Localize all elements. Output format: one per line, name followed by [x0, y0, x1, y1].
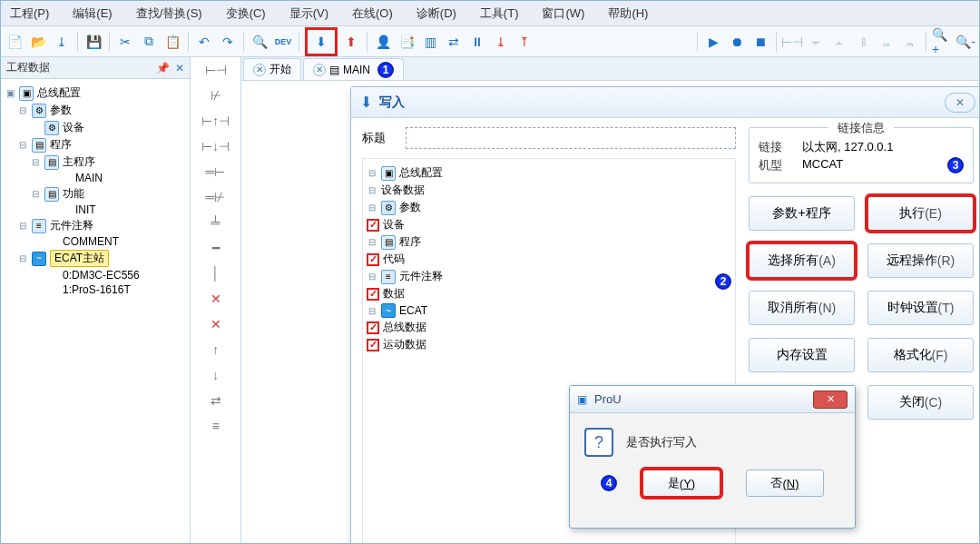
node-ecat-master[interactable]: ECAT主站 — [50, 250, 109, 267]
wt-device[interactable]: 设备 — [383, 217, 405, 232]
sym-ld-7[interactable]: ╧ — [211, 215, 220, 230]
node-device[interactable]: 设备 — [63, 120, 84, 135]
dock-pin-icon[interactable]: 📌 — [156, 62, 170, 74]
tab-start[interactable]: ✕ 开始 — [243, 58, 301, 80]
btn-deselect-all[interactable]: 取消所有(N) — [749, 291, 855, 325]
btn-param-program[interactable]: 参数+程序 — [749, 196, 855, 231]
sym-ld-14[interactable]: ⇄ — [211, 393, 221, 408]
tab-main[interactable]: ✕ ▤ MAIN 1 — [303, 58, 404, 80]
tb-transfer-icon[interactable]: ⇄ — [444, 32, 464, 52]
node-func[interactable]: 功能 — [63, 186, 84, 202]
tb-misc2-icon[interactable]: ⫟ — [806, 32, 826, 52]
tb-cut-icon[interactable]: ✂ — [115, 32, 135, 52]
tb-stop-icon[interactable]: ⏹ — [750, 32, 770, 52]
wt-motion[interactable]: 运动数据 — [383, 337, 426, 352]
btn-remote[interactable]: 远程操作(R) — [867, 243, 974, 278]
wt-busdata-check[interactable]: ✓ — [367, 321, 379, 334]
confirm-close-icon[interactable]: ✕ — [813, 391, 848, 409]
menu-project[interactable]: 工程(P) — [6, 4, 53, 24]
tb-save-icon[interactable]: 💾 — [83, 32, 103, 52]
sym-ld-9[interactable]: │ — [211, 266, 220, 281]
tb-zoom-in-icon[interactable]: 🔍+ — [932, 32, 952, 52]
sym-ld-4[interactable]: ⊢↓⊣ — [201, 139, 230, 153]
tb-user-icon[interactable]: 👤 — [373, 32, 393, 52]
sym-ld-5[interactable]: ═⊢ — [206, 164, 226, 179]
node-main-sub[interactable]: MAIN — [75, 172, 103, 184]
menu-view[interactable]: 显示(V) — [286, 4, 332, 24]
sym-ld-15[interactable]: ≡ — [211, 419, 219, 433]
tab-start-close-icon[interactable]: ✕ — [253, 64, 266, 76]
btn-close-write[interactable]: 关闭(C) — [867, 385, 974, 420]
wt-device-data[interactable]: 设备数据 — [381, 183, 425, 198]
tb-doc-icon[interactable]: 📑 — [397, 32, 416, 52]
node-ecat-c1[interactable]: 0:DM3C-EC556 — [63, 269, 140, 282]
btn-format[interactable]: 格式化(F) — [867, 338, 974, 372]
menu-window[interactable]: 窗口(W) — [538, 4, 588, 24]
menu-search[interactable]: 查找/替换(S) — [132, 4, 206, 24]
tb-open-icon[interactable]: 📂 — [28, 32, 48, 52]
dock-close-icon[interactable]: ✕ — [175, 62, 184, 74]
write-title-input[interactable] — [406, 127, 736, 149]
tb-undo-icon[interactable]: ↶ — [194, 32, 214, 52]
sym-ld-3[interactable]: ⊢↑⊣ — [201, 114, 230, 128]
node-main-prog[interactable]: 主程序 — [63, 154, 95, 170]
wt-comp-note[interactable]: 元件注释 — [399, 269, 443, 284]
confirm-no-button[interactable]: 否(N) — [746, 470, 824, 497]
tb-pause-icon[interactable]: ⏸ — [467, 32, 487, 52]
sym-ld-1[interactable]: ⊢⊣ — [205, 63, 227, 77]
tb-import-icon[interactable]: ⤓ — [52, 32, 72, 52]
wt-program[interactable]: 程序 — [399, 234, 421, 250]
wt-code[interactable]: 代码 — [383, 252, 405, 267]
menu-diagnose[interactable]: 诊断(D) — [413, 4, 460, 24]
tb-misc5-icon[interactable]: ⩊ — [877, 32, 897, 52]
wt-device-check[interactable]: ✓ — [367, 219, 379, 232]
node-func-sub[interactable]: INIT — [75, 203, 96, 216]
menu-help[interactable]: 帮助(H) — [604, 4, 652, 24]
menu-tool[interactable]: 工具(T) — [476, 4, 523, 24]
wt-ecat[interactable]: ECAT — [399, 304, 427, 317]
tb-misc4-icon[interactable]: ⩉ — [853, 32, 873, 52]
wt-busdata[interactable]: 总线数据 — [383, 320, 426, 335]
node-comp-note-sub[interactable]: COMMENT — [63, 235, 119, 248]
tb-paste-icon[interactable]: 📋 — [162, 32, 182, 52]
sym-ld-2[interactable]: ⊬ — [211, 88, 221, 103]
node-program[interactable]: 程序 — [50, 137, 72, 153]
node-ecat-c2[interactable]: 1:ProS-1616T — [63, 283, 131, 296]
btn-memory-settings[interactable]: 内存设置 — [749, 338, 855, 372]
tb-record-icon[interactable]: ⏺ — [727, 32, 747, 52]
tb-redo-icon[interactable]: ↷ — [218, 32, 238, 52]
tb-play-icon[interactable]: ▶ — [703, 32, 723, 52]
tb-misc3-icon[interactable]: ⫠ — [829, 32, 849, 52]
wt-code-check[interactable]: ✓ — [367, 253, 379, 266]
tab-main-close-icon[interactable]: ✕ — [313, 64, 326, 76]
sym-ld-11[interactable]: ✕ — [211, 317, 221, 331]
btn-select-all[interactable]: 选择所有(A) — [749, 243, 855, 278]
tb-dev-icon[interactable]: DEV — [273, 32, 293, 52]
tb-misc1-icon[interactable]: ⊢⊣ — [782, 32, 802, 52]
ladder-editor[interactable]: ⬇ 写入 ✕ 标题 ⊟▣总线配置 — [241, 81, 979, 543]
btn-clock-settings[interactable]: 时钟设置(T) — [867, 291, 974, 325]
tb-copy-icon[interactable]: ⧉ — [139, 32, 159, 52]
wt-params[interactable]: 参数 — [399, 200, 421, 215]
wt-data[interactable]: 数据 — [383, 286, 405, 302]
tb-read-from-plc-icon[interactable]: ⬆ — [341, 32, 361, 52]
tb-window-icon[interactable]: ▥ — [420, 32, 440, 52]
write-dialog-close-icon[interactable]: ✕ — [945, 93, 975, 113]
project-tree[interactable]: ▣▣总线配置 ⊟⚙参数 ⚙设备 ⊟▤程序 ⊟▤主程序 MAIN ⊟▤功能 INI… — [1, 79, 190, 543]
sym-ld-10[interactable]: ✕ — [211, 292, 221, 306]
btn-execute[interactable]: 执行(E) — [867, 196, 974, 231]
menu-edit[interactable]: 编辑(E) — [69, 4, 115, 24]
sym-ld-8[interactable]: ━ — [212, 241, 220, 255]
wt-motion-check[interactable]: ✓ — [367, 339, 379, 351]
tb-up-red-icon[interactable]: ⤒ — [514, 32, 534, 52]
node-params[interactable]: 参数 — [50, 103, 72, 118]
node-comp-note[interactable]: 元件注释 — [50, 218, 93, 233]
tb-zoomfit-icon[interactable]: 🔍 — [250, 32, 270, 52]
node-bus-config[interactable]: 总线配置 — [37, 85, 81, 101]
menu-convert[interactable]: 变换(C) — [222, 4, 270, 24]
tb-misc6-icon[interactable]: ⩋ — [900, 32, 920, 52]
wt-root[interactable]: 总线配置 — [399, 165, 443, 181]
tb-write-to-plc-icon[interactable]: ⬇ — [311, 32, 331, 52]
tb-new-icon[interactable]: 📄 — [5, 32, 24, 52]
wt-data-check[interactable]: ✓ — [367, 288, 379, 301]
